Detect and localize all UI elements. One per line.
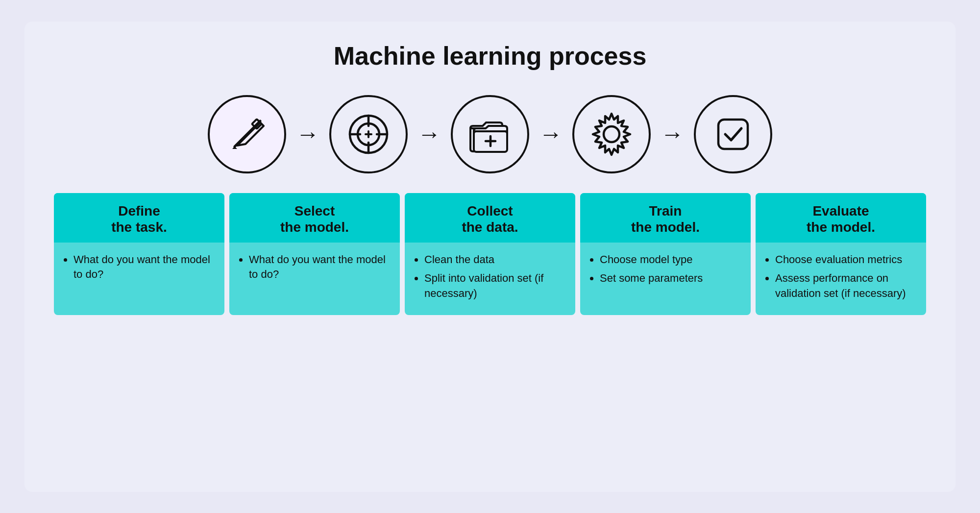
svg-point-17: [604, 126, 619, 142]
card-collect-title: Collectthe data.: [415, 203, 565, 236]
card-collect-bullet-2: Split into validation set (if necessary): [424, 271, 565, 301]
card-select: Selectthe model. What do you want the mo…: [229, 193, 400, 316]
card-select-title: Selectthe model.: [239, 203, 390, 236]
card-select-body: What do you want the model to do?: [229, 243, 400, 315]
card-define-title: Definethe task.: [64, 203, 215, 236]
card-define-header: Definethe task.: [54, 193, 224, 243]
card-collect: Collectthe data. Clean the data Split in…: [405, 193, 575, 316]
arrow-2: →: [417, 121, 441, 147]
icon-train: [572, 95, 651, 173]
arrow-4: →: [661, 121, 684, 147]
icons-row: → →: [54, 95, 926, 173]
card-define-body: What do you want the model to do?: [54, 243, 224, 315]
card-evaluate-title: Evaluatethe model.: [765, 203, 916, 236]
card-train-body: Choose model type Set some parameters: [580, 243, 751, 315]
main-container: Machine learning process →: [24, 22, 956, 492]
card-train-header: Trainthe model.: [580, 193, 751, 243]
card-train-title: Trainthe model.: [590, 203, 741, 236]
card-train-bullet-2: Set some parameters: [600, 271, 741, 286]
card-collect-bullet-1: Clean the data: [424, 252, 565, 268]
icon-evaluate: [694, 95, 772, 173]
card-define-bullet-1: What do you want the model to do?: [74, 252, 215, 283]
card-train-bullet-1: Choose model type: [600, 252, 741, 268]
card-define: Definethe task. What do you want the mod…: [54, 193, 224, 316]
card-select-header: Selectthe model.: [229, 193, 400, 243]
icon-collect: [451, 95, 529, 173]
card-evaluate-bullet-1: Choose evaluation metrics: [775, 252, 916, 268]
card-select-bullet-1: What do you want the model to do?: [249, 252, 390, 283]
arrow-1: →: [296, 121, 319, 147]
svg-rect-18: [718, 120, 748, 149]
icon-define: [208, 95, 286, 173]
card-collect-body: Clean the data Split into validation set…: [405, 243, 575, 315]
cards-row: Definethe task. What do you want the mod…: [54, 193, 926, 316]
card-train: Trainthe model. Choose model type Set so…: [580, 193, 751, 316]
card-collect-header: Collectthe data.: [405, 193, 575, 243]
page-title: Machine learning process: [334, 41, 647, 71]
arrow-3: →: [539, 121, 563, 147]
icon-select: [329, 95, 408, 173]
card-evaluate-body: Choose evaluation metrics Assess perform…: [756, 243, 926, 315]
card-evaluate: Evaluatethe model. Choose evaluation met…: [756, 193, 926, 316]
card-evaluate-header: Evaluatethe model.: [756, 193, 926, 243]
card-evaluate-bullet-2: Assess performance on validation set (if…: [775, 271, 916, 301]
